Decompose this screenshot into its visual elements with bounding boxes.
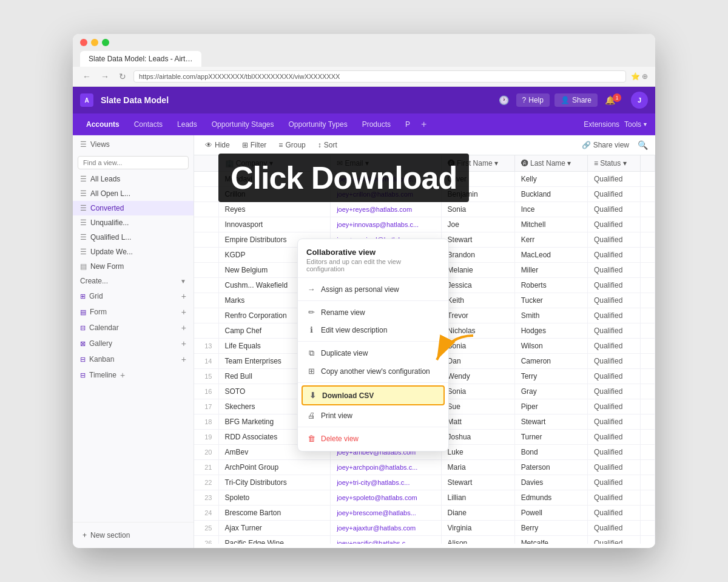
sort-button[interactable]: ↕ Sort: [314, 139, 341, 151]
sidebar-create-gallery[interactable]: ⊠ Gallery +: [73, 336, 194, 351]
row-num-8: [194, 293, 218, 308]
status-cell-14: Qualified: [587, 384, 640, 399]
gallery-icon: ⊠: [80, 340, 86, 348]
status-cell-19: Qualified: [587, 460, 640, 475]
status-cell-5: Qualified: [587, 248, 640, 263]
nav-reload-button[interactable]: ↻: [116, 70, 129, 83]
ctx-download-csv[interactable]: ⬇ Download CSV: [302, 385, 445, 405]
group-button[interactable]: ≡ Group: [275, 139, 309, 151]
main-area: ☰ Views ☰ All Leads ☰ All Open L... ☰ Co…: [73, 135, 655, 548]
ctx-edit-description[interactable]: ℹ Edit view description: [298, 321, 448, 339]
lastname-cell-18: Bond: [514, 445, 587, 460]
ctx-print-view[interactable]: 🖨 Print view: [298, 407, 448, 424]
url-bar[interactable]: https://airtable.com/appXXXXXXXX/tblXXXX…: [133, 70, 626, 83]
calendar-plus-icon[interactable]: +: [181, 323, 186, 333]
sidebar-item-new-form[interactable]: ▤ New Form: [73, 259, 194, 274]
share-button[interactable]: 👤 Share: [554, 93, 598, 107]
sidebar-create-grid[interactable]: ⊞ Grid +: [73, 288, 194, 304]
subnav-opportunity-stages[interactable]: Opportunity Stages: [206, 117, 280, 132]
status-cell-13: Qualified: [587, 369, 640, 384]
subnav-products[interactable]: Products: [356, 117, 397, 132]
extra-cell-11: [640, 339, 655, 354]
print-label: Print view: [321, 411, 352, 420]
ctx-duplicate-view[interactable]: ⧉ Duplicate view: [298, 344, 448, 362]
timeline-plus-icon[interactable]: +: [120, 370, 125, 380]
all-open-icon: ☰: [80, 189, 87, 198]
col-email-header[interactable]: ✉ Email ▾: [331, 155, 441, 172]
search-button[interactable]: 🔍: [638, 140, 648, 150]
form-plus-icon[interactable]: +: [181, 307, 186, 317]
find-view-input[interactable]: [78, 156, 189, 169]
subnav-add-button[interactable]: +: [421, 119, 426, 130]
firstname-cell-0: Oliver: [441, 172, 514, 187]
calendar-icon: ⊟: [80, 324, 86, 332]
duplicate-icon: ⧉: [306, 348, 316, 358]
ctx-assign-personal[interactable]: → Assign as personal view: [298, 280, 448, 298]
user-avatar[interactable]: J: [631, 92, 648, 109]
sort-icon: ↕: [318, 141, 322, 149]
extensions-label[interactable]: Extensions: [584, 120, 619, 129]
edit-description-label: Edit view description: [321, 326, 387, 334]
hide-button[interactable]: 👁 Hide: [201, 139, 234, 151]
help-button[interactable]: ? Help: [516, 93, 550, 107]
tools-chevron-icon: ▼: [642, 121, 648, 127]
row-num-12: 14: [194, 354, 218, 369]
sidebar-create-kanban[interactable]: ⊟ Kanban +: [73, 351, 194, 367]
browser-tab[interactable]: Slate Data Model: Leads - Airtabl...: [80, 51, 201, 67]
notification-badge: 1: [613, 93, 621, 102]
ctx-delete-view[interactable]: 🗑 Delete view: [298, 430, 448, 447]
ctx-divider-5: [298, 427, 448, 427]
share-view-button[interactable]: 🔗 Share view: [578, 139, 633, 151]
tools-label[interactable]: Tools ▼: [624, 120, 648, 129]
gallery-plus-icon[interactable]: +: [181, 339, 186, 348]
history-button[interactable]: 🕐: [496, 93, 511, 107]
col-status-header[interactable]: ≡ Status ▾: [587, 155, 640, 172]
subnav-accounts[interactable]: Accounts: [80, 117, 126, 132]
new-section-button[interactable]: + New section: [78, 527, 189, 543]
rename-label: Rename view: [321, 308, 365, 317]
new-form-icon: ▤: [80, 262, 87, 271]
subnav-opportunity-types[interactable]: Opportunity Types: [282, 117, 353, 132]
sidebar-item-unqualified[interactable]: ☰ Unqualifie...: [73, 215, 194, 230]
minimize-dot[interactable]: [91, 39, 98, 46]
sidebar-item-update[interactable]: ☰ Update We...: [73, 245, 194, 259]
table-row: 23 Spoleto joey+spoleto@hatlabs.com Lill…: [194, 490, 655, 506]
fullscreen-dot[interactable]: [102, 39, 109, 46]
subnav-contacts[interactable]: Contacts: [128, 117, 169, 132]
email-cell-22: joey+brescome@hatlabs...: [331, 506, 441, 521]
notification-button[interactable]: 🔔1: [602, 93, 626, 108]
grid-plus-icon[interactable]: +: [181, 291, 186, 301]
browser-window: Slate Data Model: Leads - Airtabl... ← →…: [73, 34, 655, 548]
col-firstname-header[interactable]: 🅐 First Name ▾: [441, 155, 514, 172]
row-num-5: [194, 248, 218, 263]
firstname-cell-22: Diane: [441, 506, 514, 521]
close-dot[interactable]: [80, 39, 87, 46]
subnav-p[interactable]: P: [399, 117, 416, 132]
firstname-cell-16: Matt: [441, 415, 514, 430]
sidebar-item-all-leads[interactable]: ☰ All Leads: [73, 172, 194, 186]
nav-back-button[interactable]: ←: [80, 70, 93, 83]
status-cell-3: Qualified: [587, 217, 640, 232]
row-num-0: [194, 172, 218, 187]
sidebar-item-converted[interactable]: ☰ Converted: [73, 201, 194, 215]
sidebar-create-form[interactable]: ▤ Form +: [73, 304, 194, 320]
sidebar-create-toggle[interactable]: Create... ▼: [73, 274, 194, 288]
col-lastname-header[interactable]: 🅐 Last Name ▾: [514, 155, 587, 172]
firstname-cell-8: Keith: [441, 293, 514, 308]
table-row: Reyes joey+reyes@hatlabs.com Sonia Ince …: [194, 202, 655, 217]
sidebar-create-timeline[interactable]: ⊟ Timeline +: [73, 367, 194, 383]
subnav-leads[interactable]: Leads: [171, 117, 203, 132]
ctx-rename-view[interactable]: ✏ Rename view: [298, 303, 448, 321]
views-toolbar: 👁 Hide ⊞ Filter ≡ Group ↕ Sort 🔗 Sha: [194, 135, 655, 155]
create-arrow-icon: ▼: [180, 278, 186, 285]
converted-icon: ☰: [80, 204, 87, 212]
filter-button[interactable]: ⊞ Filter: [238, 139, 271, 151]
col-company-header[interactable]: 🏢 Company ▾: [218, 155, 331, 172]
sidebar-item-all-open[interactable]: ☰ All Open L...: [73, 186, 194, 201]
extra-cell-4: [640, 232, 655, 248]
ctx-copy-config[interactable]: ⊞ Copy another view's configuration: [298, 362, 448, 380]
kanban-plus-icon[interactable]: +: [181, 354, 186, 364]
sidebar-create-calendar[interactable]: ⊟ Calendar +: [73, 320, 194, 336]
nav-forward-button[interactable]: →: [98, 70, 112, 83]
sidebar-item-qualified[interactable]: ☰ Qualified L...: [73, 230, 194, 245]
